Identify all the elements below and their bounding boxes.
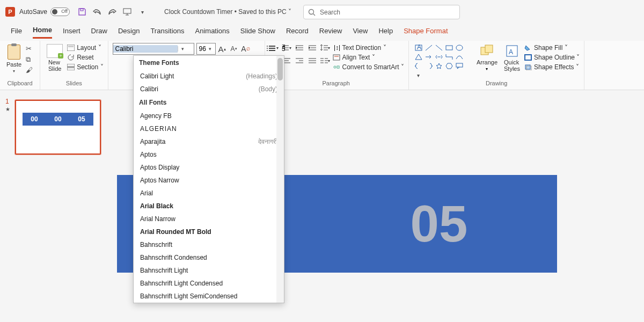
svg-rect-19 bbox=[456, 63, 463, 67]
tab-slideshow[interactable]: Slide Show bbox=[240, 27, 275, 38]
bullets-icon[interactable]: ▾ bbox=[268, 43, 279, 53]
tab-shape-format[interactable]: Shape Format bbox=[404, 27, 448, 38]
font-item-aptos-narrow[interactable]: Aptos Narrow bbox=[134, 174, 284, 187]
autosave-toggle[interactable]: AutoSave Off bbox=[19, 8, 70, 16]
shape-line-icon[interactable] bbox=[425, 44, 433, 52]
quick-styles-button[interactable]: A Quick Styles bbox=[502, 43, 522, 73]
shape-star-icon[interactable] bbox=[435, 62, 443, 70]
font-item-arial[interactable]: Arial bbox=[134, 187, 284, 200]
increase-font-icon[interactable]: A▴ bbox=[217, 43, 228, 54]
font-name-input[interactable] bbox=[113, 45, 178, 53]
tab-animations[interactable]: Animations bbox=[195, 27, 230, 38]
font-item-arial-black[interactable]: Arial Black bbox=[134, 200, 284, 213]
tab-review[interactable]: Review bbox=[319, 27, 342, 38]
font-item-bahnschrift-cond[interactable]: Bahnschrift Condensed bbox=[134, 251, 284, 264]
increase-indent-icon[interactable] bbox=[307, 43, 318, 53]
shape-callout-icon[interactable] bbox=[455, 62, 464, 70]
search-box[interactable]: Search bbox=[303, 5, 460, 19]
slide-number: 1 bbox=[5, 98, 9, 105]
reset-button[interactable]: Reset bbox=[67, 54, 103, 61]
font-dropdown[interactable]: Theme Fonts Calibri Light(Headings) Cali… bbox=[133, 55, 284, 303]
shape-line2-icon[interactable] bbox=[435, 44, 443, 52]
svg-text:|↕|: |↕| bbox=[334, 45, 340, 51]
cut-icon[interactable]: ✂ bbox=[26, 45, 35, 53]
shape-oval-icon[interactable] bbox=[455, 44, 464, 52]
convert-smartart-button[interactable]: Convert to SmartArt ˅ bbox=[333, 63, 404, 71]
font-item-calibri-light[interactable]: Calibri Light(Headings) bbox=[134, 70, 284, 83]
font-item-aptos[interactable]: Aptos bbox=[134, 148, 284, 161]
shape-arrow-icon[interactable] bbox=[425, 53, 433, 61]
font-item-arial-narrow[interactable]: Arial Narrow bbox=[134, 213, 284, 225]
font-item-arial-rounded[interactable]: Arial Rounded MT Bold bbox=[134, 225, 284, 238]
tab-home[interactable]: Home bbox=[33, 26, 52, 39]
font-size-dropdown-icon[interactable]: ▾ bbox=[209, 46, 215, 52]
align-right-icon[interactable] bbox=[294, 56, 305, 65]
tab-draw[interactable]: Draw bbox=[91, 27, 107, 38]
shape-elbow-icon[interactable] bbox=[445, 53, 453, 61]
shape-fill-button[interactable]: Shape Fill ˅ bbox=[524, 44, 580, 52]
shape-doublearrow-icon[interactable] bbox=[435, 53, 443, 61]
paste-button[interactable]: Paste ▾ bbox=[4, 43, 24, 75]
search-placeholder: Search bbox=[320, 9, 340, 16]
tab-design[interactable]: Design bbox=[118, 27, 140, 38]
layout-button[interactable]: Layout ˅ bbox=[67, 44, 103, 52]
dropdown-scrollbar[interactable] bbox=[276, 56, 284, 303]
justify-icon[interactable] bbox=[307, 56, 318, 65]
slide-thumbnail[interactable]: 00 00 05 bbox=[15, 100, 101, 155]
title-bar: P AutoSave Off ▾ Clock Countdown Timer •… bbox=[0, 0, 644, 24]
format-painter-icon[interactable]: 🖌 bbox=[26, 67, 35, 74]
redo-icon[interactable] bbox=[107, 7, 117, 17]
copy-icon[interactable]: ⧉ bbox=[26, 56, 35, 63]
font-item-bahnschrift-light-cond[interactable]: Bahnschrift Light Condensed bbox=[134, 277, 284, 290]
tab-view[interactable]: View bbox=[353, 27, 368, 38]
document-title[interactable]: Clock Countdown Timer • Saved to this PC… bbox=[164, 8, 291, 16]
tab-insert[interactable]: Insert bbox=[63, 27, 80, 38]
font-item-aparajita[interactable]: Aparajitaदेवनागरी bbox=[134, 135, 284, 148]
line-spacing-icon[interactable]: ▾ bbox=[320, 43, 331, 53]
slide-panel[interactable]: 1 ★ 00 00 05 bbox=[0, 90, 117, 322]
svg-rect-6 bbox=[67, 68, 75, 70]
font-item-algerian[interactable]: ALGERIAN bbox=[134, 122, 284, 135]
tab-transitions[interactable]: Transitions bbox=[150, 27, 184, 38]
font-item-bahnschrift-light[interactable]: Bahnschrift Light bbox=[134, 264, 284, 277]
shape-triangle-icon[interactable] bbox=[414, 53, 423, 61]
tab-help[interactable]: Help bbox=[378, 27, 393, 38]
font-item-calibri[interactable]: Calibri(Body) bbox=[134, 83, 284, 96]
font-name-combobox[interactable]: ▾ bbox=[113, 43, 194, 55]
shape-outline-button[interactable]: Shape Outline ˅ bbox=[524, 54, 580, 61]
present-icon[interactable] bbox=[122, 7, 132, 17]
font-item-bahnschrift-light-semicond[interactable]: Bahnschrift Light SemiCondensed bbox=[134, 290, 284, 303]
numbering-icon[interactable]: 123▾ bbox=[281, 43, 292, 53]
font-name-dropdown-icon[interactable]: ▾ bbox=[178, 46, 187, 52]
font-size-combobox[interactable]: 96 ▾ bbox=[196, 43, 216, 55]
tab-file[interactable]: File bbox=[11, 27, 22, 38]
shape-rect-icon[interactable] bbox=[445, 44, 453, 52]
shape-hexagon-icon[interactable] bbox=[445, 62, 453, 70]
decrease-indent-icon[interactable] bbox=[294, 43, 305, 53]
save-icon[interactable] bbox=[77, 7, 87, 17]
arrange-button[interactable]: Arrange▾ bbox=[474, 43, 500, 72]
svg-rect-24 bbox=[525, 55, 531, 60]
shapes-gallery[interactable]: A ▾ bbox=[413, 43, 472, 80]
align-text-button[interactable]: Align Text ˅ bbox=[333, 54, 404, 61]
qat-more-icon[interactable]: ▾ bbox=[137, 7, 147, 17]
text-direction-button[interactable]: |↕|Text Direction ˅ bbox=[333, 44, 404, 52]
tab-record[interactable]: Record bbox=[286, 27, 309, 38]
shape-textbox-icon[interactable]: A bbox=[414, 44, 423, 52]
shape-brace-icon[interactable] bbox=[414, 62, 423, 70]
shape-effects-button[interactable]: Shape Effects ˅ bbox=[524, 63, 580, 71]
shape-more-icon[interactable]: ▾ bbox=[414, 71, 423, 79]
columns-icon[interactable]: ▾ bbox=[320, 56, 331, 65]
shape-brace2-icon[interactable] bbox=[425, 62, 433, 70]
toggle-switch[interactable]: Off bbox=[50, 8, 70, 16]
new-slide-button[interactable]: New Slide bbox=[45, 43, 65, 73]
font-item-bahnschrift[interactable]: Bahnschrift bbox=[134, 238, 284, 251]
scrollbar-thumb[interactable] bbox=[277, 58, 283, 80]
clear-formatting-icon[interactable]: A∅ bbox=[240, 43, 251, 54]
decrease-font-icon[interactable]: A▾ bbox=[229, 43, 239, 54]
font-item-aptos-display[interactable]: Aptos Display bbox=[134, 161, 284, 174]
shape-curve-icon[interactable] bbox=[455, 53, 464, 61]
section-button[interactable]: Section ˅ bbox=[67, 63, 103, 71]
undo-icon[interactable] bbox=[92, 7, 102, 17]
font-item-agency[interactable]: Agency FB bbox=[134, 109, 284, 122]
